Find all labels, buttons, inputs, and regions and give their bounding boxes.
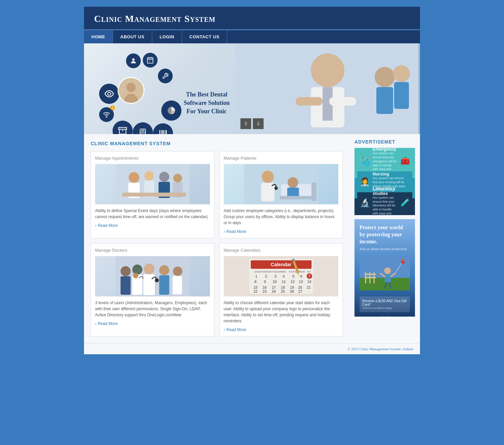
svg-text:13: 13 (299, 280, 303, 284)
calendar-icon-hero: 8 (143, 53, 158, 68)
svg-point-28 (311, 53, 344, 87)
svg-point-10 (106, 117, 107, 117)
svg-text:WED: WED (281, 271, 286, 273)
slider-next-btn[interactable]: ⇩ (253, 118, 264, 129)
card-calendars-readmore[interactable]: › Read More (224, 327, 339, 332)
svg-point-117 (384, 268, 391, 274)
card-appointments-readmore[interactable]: › Read More (95, 223, 210, 228)
svg-text:12: 12 (290, 280, 294, 284)
card-calendars-image: Calendar SUNDAY MONDAY TUESDAY WED THURS… (224, 256, 339, 296)
svg-rect-46 (122, 193, 186, 197)
slider-controls: ⇧ ⇩ (241, 118, 264, 129)
svg-text:22: 22 (253, 289, 257, 293)
svg-text:10: 10 (272, 280, 277, 284)
card-doctors-title: Manage Doctors (95, 248, 210, 253)
svg-point-35 (393, 65, 410, 82)
card-appointments: Manage Appointments (91, 151, 214, 238)
first-aid-icon: 🧰 (401, 157, 410, 165)
nav-about[interactable]: ABOUT US (113, 30, 152, 43)
piechart-icon (161, 100, 181, 121)
svg-text:TUESDAY: TUESDAY (272, 271, 282, 273)
svg-rect-68 (173, 276, 182, 294)
svg-text:8: 8 (254, 280, 256, 284)
person-avatar (118, 77, 144, 104)
svg-text:4: 4 (283, 274, 285, 278)
lab-icon: 🔬 (360, 198, 370, 207)
svg-point-62 (144, 264, 155, 274)
hero-slogan-line2: For Your Clinic (181, 107, 232, 116)
svg-rect-26 (166, 130, 167, 134)
svg-rect-32 (329, 97, 356, 106)
svg-point-38 (129, 172, 139, 183)
svg-text:27: 27 (298, 289, 302, 293)
svg-rect-115 (365, 274, 376, 275)
hero-left-panel: 8 (84, 43, 235, 134)
card-doctors-image (95, 256, 210, 296)
tools-icon (158, 69, 173, 83)
svg-text:9: 9 (264, 280, 266, 284)
emergency-icon: 🩺 (360, 156, 370, 166)
svg-point-44 (173, 174, 182, 183)
svg-text:21: 21 (306, 285, 310, 289)
svg-rect-23 (162, 130, 163, 134)
site-footer: © 2015 Clinic Management System | Admin (84, 343, 420, 354)
svg-rect-31 (296, 97, 323, 106)
camera-icon (99, 84, 119, 104)
card-patients-image (224, 164, 339, 204)
svg-rect-55 (311, 183, 316, 201)
svg-text:SAT: SAT (307, 271, 311, 273)
svg-rect-58 (121, 276, 131, 295)
svg-point-64 (155, 278, 159, 282)
svg-text:11: 11 (282, 280, 286, 284)
slider-prev-btn[interactable]: ⇧ (241, 118, 251, 129)
svg-rect-66 (159, 275, 169, 295)
anz-illustration (360, 253, 410, 294)
svg-point-61 (133, 273, 138, 278)
ad-lab-row: 🔬 Laboratory studies Our system can ensu… (357, 192, 412, 213)
svg-text:25: 25 (281, 289, 285, 293)
emergency-label: Emergency (373, 148, 398, 152)
card-doctors-readmore[interactable]: › Read More (95, 321, 210, 326)
calculator-icon (133, 122, 153, 134)
test-tubes-icon: 🧪 (401, 198, 410, 207)
svg-rect-21 (159, 130, 160, 134)
svg-text:20: 20 (298, 285, 302, 289)
svg-text:MONDAY: MONDAY (263, 271, 272, 273)
svg-text:SUNDAY: SUNDAY (254, 271, 263, 273)
nav-login[interactable]: LOGIN (152, 30, 182, 43)
svg-text:16: 16 (262, 285, 266, 289)
svg-text:17: 17 (271, 285, 276, 289)
nav-contact[interactable]: CONTACT US (182, 30, 227, 43)
svg-rect-22 (161, 130, 161, 134)
card-patients-readmore[interactable]: › Read More (224, 229, 339, 234)
nursing-label: Nursing (373, 171, 410, 176)
cards-grid: Manage Appointments (91, 151, 343, 336)
card-patients: Manage Patients (219, 151, 343, 238)
svg-point-59 (132, 265, 142, 275)
section-title: CLINIC MANAGEMENT SYSTEM (91, 141, 343, 146)
svg-point-67 (173, 267, 182, 276)
svg-point-40 (144, 171, 154, 180)
svg-text:19: 19 (290, 285, 294, 289)
archive-icon (113, 121, 133, 134)
content-right: ADVERTISEMET 🩺 Emergency Our system can … (349, 134, 420, 343)
card-patients-desc: Add custom employee categories (i.e., de… (224, 208, 339, 226)
svg-point-0 (132, 58, 134, 61)
content-left: CLINIC MANAGEMENT SYSTEM Manage Appointm… (84, 134, 349, 343)
hero-banner: 8 (84, 43, 420, 134)
card-appointments-image (95, 164, 210, 204)
nav-home[interactable]: HOME (84, 30, 113, 43)
svg-text:18: 18 (281, 285, 285, 289)
svg-point-42 (159, 172, 169, 182)
site-title: Clinic Management System (94, 13, 410, 24)
footer-link[interactable]: Admin (403, 347, 413, 351)
svg-text:8: 8 (149, 60, 150, 62)
card-doctors-desc: 3 levels of users (Administrators, Manag… (95, 300, 210, 318)
svg-point-8 (126, 83, 136, 92)
lab-desc: Our system can ensure that your laborato… (373, 196, 398, 215)
hero-slogan-area: The Best Dental Software Solution For Yo… (181, 90, 232, 116)
svg-text:14: 14 (307, 280, 311, 284)
card-doctors: Manage Doctors (91, 243, 214, 336)
svg-text:2: 2 (265, 274, 267, 278)
svg-point-50 (274, 187, 278, 190)
